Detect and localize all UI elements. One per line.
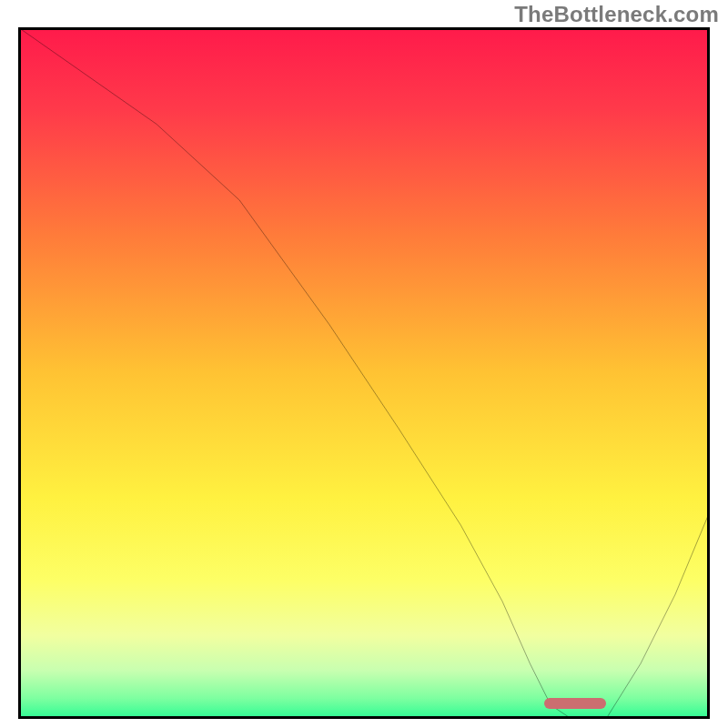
chart-container: TheBottleneck.com <box>0 0 728 728</box>
plot-area <box>18 27 710 719</box>
bottleneck-curve <box>18 27 710 719</box>
optimal-zone-marker <box>544 698 606 709</box>
watermark-text: TheBottleneck.com <box>514 2 719 27</box>
